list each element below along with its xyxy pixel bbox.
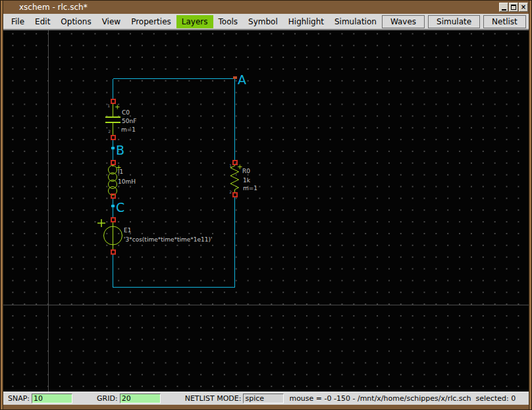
net-label-A-marker (233, 76, 237, 79)
capacitor-mult: m=1 (121, 126, 136, 133)
snap-label: SNAP: (8, 394, 30, 403)
schematic-canvas[interactable]: 1 + 2 C0 50nF m=1 (3, 30, 529, 392)
window-title: xschem - rlc.sch* (19, 3, 88, 12)
menu-tools[interactable]: Tools (213, 15, 244, 28)
minimize-button[interactable] (499, 3, 508, 12)
menu-symbol[interactable]: Symbol (243, 15, 283, 28)
capacitor-name: C0 (122, 109, 130, 116)
grid-input[interactable] (120, 394, 161, 403)
capacitor-pin2-number: 2 (108, 129, 111, 134)
resistor-value: 1k (243, 177, 251, 184)
grid-label: GRID: (97, 394, 118, 403)
source-name: E1 (124, 227, 131, 234)
resistor-pin2-number: 2 (229, 190, 232, 194)
menu-highlight[interactable]: Highlight (283, 15, 329, 28)
pin-ind-bottom (111, 194, 115, 198)
source-expression: '3*cos(time*time*time*1e11)' (124, 236, 213, 243)
pin-res-top (233, 161, 237, 165)
capacitor-C0[interactable]: 1 + 2 C0 50nF m=1 (105, 103, 136, 135)
menu-edit[interactable]: Edit (30, 15, 55, 28)
schematic-drawing: 1 + 2 C0 50nF m=1 (3, 30, 529, 392)
inductor-value: 10mH (118, 178, 136, 185)
netlist-button[interactable]: Netlist (483, 15, 526, 28)
net-label-B[interactable]: B (116, 143, 124, 157)
inductor-name: l1 (118, 168, 123, 175)
net-label-A[interactable]: A (238, 72, 246, 87)
maximize-button[interactable] (509, 3, 518, 12)
titlebar[interactable]: xschem - rlc.sch* × (1, 1, 531, 14)
menu-simulation[interactable]: Simulation (329, 15, 382, 28)
menu-options[interactable]: Options (55, 15, 96, 28)
mouse-status-text: mouse = -0 -150 - /mnt/x/home/schippes/x… (289, 394, 516, 403)
source-E1[interactable]: E1 '3*cos(time*time*time*1e11)' (97, 219, 213, 249)
net-label-B-marker (111, 147, 115, 149)
menu-properties[interactable]: Properties (126, 15, 176, 28)
menu-file[interactable]: File (6, 15, 30, 28)
netlist-mode-label: NETLIST MODE: (185, 394, 242, 403)
menubar: File Edit Options View Properties Layers… (3, 14, 529, 30)
origin-axes (3, 30, 529, 392)
window-border-left (1, 1, 3, 409)
capacitor-value: 50nF (122, 118, 136, 124)
netlist-mode-input[interactable] (243, 394, 284, 403)
resistor-R0[interactable]: 1 + 2 R0 1k m=1 (229, 163, 257, 194)
close-icon: × (521, 4, 526, 11)
resistor-pin1-number: 1 (229, 163, 232, 168)
xschem-window: xschem - rlc.sch* × File Edit Options Vi… (0, 0, 532, 410)
resistor-mult: m=1 (243, 185, 257, 192)
pin-src-top (111, 218, 115, 222)
capacitor-plus-mark: + (115, 103, 120, 111)
pin-cap-top (111, 99, 115, 103)
menu-layers[interactable]: Layers (176, 15, 213, 28)
net-labels[interactable]: A B C (111, 72, 246, 215)
minimize-icon (502, 9, 506, 11)
statusbar: SNAP: GRID: NETLIST MODE: mouse = -0 -15… (3, 392, 529, 405)
pin-cap-bottom (111, 136, 115, 140)
capacitor-pin1-number: 1 (107, 103, 110, 108)
net-label-C[interactable]: C (116, 200, 124, 215)
close-button[interactable]: × (519, 3, 528, 12)
window-border-right (529, 1, 531, 409)
pin-ind-top (111, 161, 115, 165)
waves-button[interactable]: Waves (382, 15, 425, 28)
pin-res-bottom (233, 193, 237, 197)
inductor-l1[interactable]: + l1 10mH (109, 164, 136, 195)
menu-view[interactable]: View (97, 15, 126, 28)
snap-input[interactable] (32, 394, 72, 403)
simulate-button[interactable]: Simulate (428, 15, 480, 28)
maximize-icon (511, 5, 516, 10)
pin-src-bottom (111, 250, 115, 254)
net-label-C-marker (111, 205, 115, 207)
resistor-name: R0 (242, 168, 250, 174)
